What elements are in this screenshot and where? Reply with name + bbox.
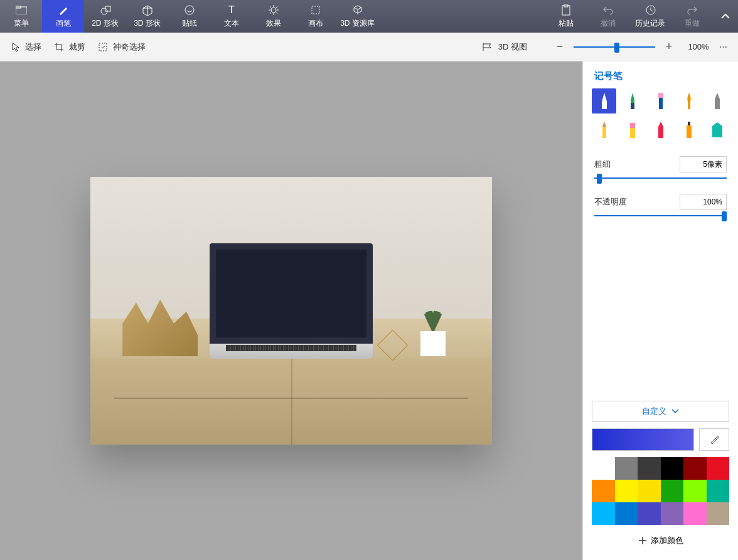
color-swatch[interactable]: [707, 457, 730, 480]
canvas-area[interactable]: [0, 61, 582, 560]
current-color[interactable]: [592, 428, 694, 451]
view3d-label: 3D 视图: [498, 41, 527, 53]
menu-label: 菜单: [14, 18, 29, 29]
color-swatch[interactable]: [638, 457, 661, 480]
color-swatch[interactable]: [592, 457, 615, 480]
view3d-button[interactable]: 3D 视图: [476, 38, 533, 56]
color-swatch[interactable]: [683, 480, 707, 502]
undo-icon: [602, 4, 614, 16]
thickness-control: 粗细: [583, 150, 738, 188]
library3d-tab[interactable]: 3D 资源库: [336, 0, 378, 33]
text-label: 文本: [224, 18, 239, 29]
color-swatch[interactable]: [615, 457, 638, 480]
canvas-tab[interactable]: 画布: [294, 0, 336, 33]
opacity-label: 不透明度: [594, 196, 627, 208]
brush-watercolor[interactable]: [676, 88, 701, 114]
magic-select-tool[interactable]: 神奇选择: [92, 38, 152, 56]
chevron-down-icon: [671, 409, 679, 414]
color-swatch[interactable]: [683, 457, 707, 480]
svg-point-4: [185, 6, 194, 14]
crop-tool[interactable]: 裁剪: [48, 38, 92, 56]
thickness-thumb[interactable]: [597, 174, 602, 184]
paste-button[interactable]: 粘贴: [545, 0, 587, 33]
magic-label: 神奇选择: [113, 41, 146, 53]
effects-icon: [268, 4, 279, 16]
opacity-control: 不透明度: [583, 188, 738, 225]
color-swatch[interactable]: [592, 480, 615, 502]
thickness-input[interactable]: [680, 156, 727, 172]
more-button[interactable]: ⋯: [714, 42, 733, 51]
color-swatch[interactable]: [707, 480, 730, 502]
zoom-thumb[interactable]: [614, 43, 619, 53]
brush-pencil-gray[interactable]: [705, 88, 729, 114]
zoom-in-button[interactable]: +: [661, 40, 676, 53]
zoom-slider[interactable]: [574, 46, 655, 48]
color-swatch[interactable]: [661, 502, 684, 525]
color-swatch[interactable]: [661, 480, 684, 502]
brush-marker[interactable]: [592, 88, 616, 114]
cube-icon: [142, 4, 153, 16]
crop-label: 裁剪: [69, 41, 85, 53]
opacity-slider[interactable]: [594, 215, 727, 216]
brush-fill[interactable]: [705, 117, 729, 142]
undo-button[interactable]: 撤消: [587, 0, 629, 33]
svg-rect-16: [630, 128, 635, 138]
opacity-thumb[interactable]: [722, 211, 727, 221]
add-color-button[interactable]: 添加颜色: [592, 530, 729, 551]
svg-rect-13: [658, 93, 663, 98]
shapes2d-tab[interactable]: 2D 形状: [84, 0, 126, 33]
svg-rect-11: [99, 43, 107, 51]
text-icon: T: [226, 4, 237, 16]
eyedropper-icon: [709, 435, 719, 445]
history-button[interactable]: 历史记录: [629, 0, 671, 33]
color-swatch[interactable]: [638, 480, 661, 502]
color-swatch[interactable]: [615, 502, 638, 525]
effects-tab[interactable]: 效果: [252, 0, 294, 33]
collapse-button[interactable]: [713, 0, 738, 33]
stickers-label: 贴纸: [182, 18, 197, 29]
brush-grid: [583, 88, 738, 150]
color-swatch[interactable]: [683, 502, 707, 525]
brush-tab[interactable]: 画笔: [42, 0, 84, 33]
add-color-label: 添加颜色: [651, 535, 683, 546]
eyedropper-button[interactable]: [699, 428, 729, 451]
select-tool[interactable]: 选择: [5, 38, 48, 56]
opacity-input[interactable]: [680, 194, 727, 210]
brush-flat[interactable]: [648, 88, 673, 114]
color-swatch[interactable]: [661, 457, 684, 480]
menu-button[interactable]: 菜单: [0, 0, 42, 33]
color-palette: [592, 457, 729, 525]
color-swatch[interactable]: [615, 480, 638, 502]
svg-rect-18: [688, 122, 690, 125]
brush-calligraphy[interactable]: [620, 88, 644, 114]
material-dropdown[interactable]: 自定义: [592, 401, 729, 422]
redo-icon: [687, 4, 698, 16]
zoom-out-button[interactable]: −: [552, 40, 567, 53]
brush-crayon[interactable]: [648, 117, 673, 142]
shapes3d-tab[interactable]: 3D 形状: [126, 0, 168, 33]
canvas-image[interactable]: [90, 177, 492, 445]
zoom-percentage[interactable]: 100%: [683, 42, 714, 51]
svg-rect-14: [659, 98, 663, 109]
redo-button[interactable]: 重做: [671, 0, 713, 33]
thickness-slider[interactable]: [594, 177, 727, 179]
top-toolbar: 菜单 画笔 2D 形状 3D 形状 贴纸 T 文本 效果 画布 3D 资源库 粘…: [0, 0, 738, 33]
brush-label: 画笔: [56, 18, 71, 29]
text-tab[interactable]: T 文本: [210, 0, 252, 33]
select-label: 选择: [25, 41, 41, 53]
brush-eraser[interactable]: [620, 117, 644, 142]
color-swatch[interactable]: [707, 502, 730, 525]
svg-rect-17: [687, 125, 692, 138]
custom-label: 自定义: [642, 406, 666, 417]
crop-icon: [54, 42, 64, 52]
folder-icon: [16, 4, 27, 16]
canvas-label: 画布: [308, 18, 323, 29]
brush-pencil[interactable]: [592, 117, 616, 142]
brush-spray[interactable]: [676, 117, 701, 142]
color-swatch[interactable]: [638, 502, 661, 525]
plus-icon: [638, 536, 647, 545]
stickers-tab[interactable]: 贴纸: [168, 0, 210, 33]
panel-title: 记号笔: [583, 61, 738, 88]
color-swatch[interactable]: [592, 502, 615, 525]
canvas-icon: [310, 4, 321, 16]
